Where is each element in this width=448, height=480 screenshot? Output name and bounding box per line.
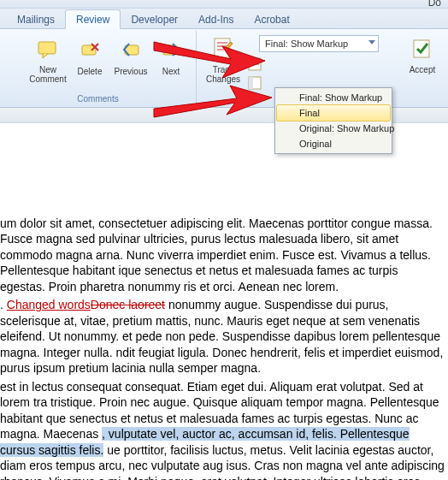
- tab-mailings[interactable]: Mailings: [7, 10, 65, 28]
- display-for-review-dropdown[interactable]: Final: Show Markup: [259, 35, 379, 52]
- window-title-fragment: Do: [428, 0, 441, 9]
- display-for-review-value: Final: Show Markup: [265, 39, 348, 49]
- reviewing-pane-button[interactable]: [247, 75, 262, 94]
- paragraph-3: est in lectus consequat consequat. Etiam…: [0, 379, 445, 480]
- group-comments-label: Comments: [0, 94, 196, 104]
- track-changes-button[interactable]: Track Changes: [201, 36, 245, 84]
- chevron-down-icon: [368, 40, 375, 44]
- paragraph-1: um dolor sit amet, consectetuer adipisci…: [0, 216, 445, 294]
- menu-item-original[interactable]: Original: [277, 136, 390, 151]
- document-page: um dolor sit amet, consectetuer adipisci…: [0, 123, 448, 480]
- new-comment-icon: [35, 36, 61, 62]
- previous-label: Previous: [115, 67, 148, 76]
- document-body[interactable]: um dolor sit amet, consectetuer adipisci…: [0, 216, 448, 480]
- group-changes: Accept: [395, 31, 448, 105]
- previous-button[interactable]: Previous: [109, 38, 152, 76]
- previous-icon: [118, 38, 144, 63]
- tab-addins[interactable]: Add-Ins: [188, 10, 244, 28]
- menu-item-final[interactable]: Final: [276, 104, 391, 121]
- svg-rect-14: [249, 77, 253, 89]
- deleted-text: Donec laoreet: [91, 298, 165, 311]
- svg-rect-0: [38, 42, 56, 54]
- accept-icon: [410, 36, 435, 62]
- accept-button[interactable]: Accept: [400, 36, 445, 74]
- show-markup-button[interactable]: [247, 56, 262, 75]
- svg-rect-15: [414, 40, 429, 57]
- tab-developer[interactable]: Developer: [121, 10, 188, 28]
- group-comments: New Comment Delete Previous Next Comment…: [0, 31, 197, 105]
- next-label: Next: [162, 67, 180, 76]
- delete-icon: [77, 38, 103, 63]
- ribbon: New Comment Delete Previous Next Comment…: [0, 29, 448, 108]
- next-icon: [158, 38, 184, 63]
- new-comment-button[interactable]: New Comment: [26, 36, 70, 84]
- new-comment-label: New Comment: [29, 65, 66, 84]
- delete-button[interactable]: Delete: [70, 38, 109, 76]
- display-for-review-menu: Final: Show Markup Final Original: Show …: [274, 87, 392, 154]
- delete-label: Delete: [78, 67, 103, 76]
- accept-label: Accept: [410, 65, 436, 74]
- menu-item-final-show-markup[interactable]: Final: Show Markup: [277, 90, 390, 105]
- tab-review[interactable]: Review: [65, 9, 121, 29]
- track-changes-icon: [210, 36, 236, 62]
- track-changes-label: Track Changes: [206, 65, 240, 84]
- inserted-text: Changed words: [7, 298, 91, 311]
- ribbon-tabs: Mailings Review Developer Add-Ins Acroba…: [0, 9, 448, 29]
- tab-acrobat[interactable]: Acrobat: [244, 10, 299, 28]
- next-button[interactable]: Next: [154, 38, 188, 76]
- paragraph-2: . Changed wordsDonec laoreet nonummy aug…: [0, 297, 445, 376]
- menu-item-original-show-markup[interactable]: Original: Show Markup: [277, 121, 390, 136]
